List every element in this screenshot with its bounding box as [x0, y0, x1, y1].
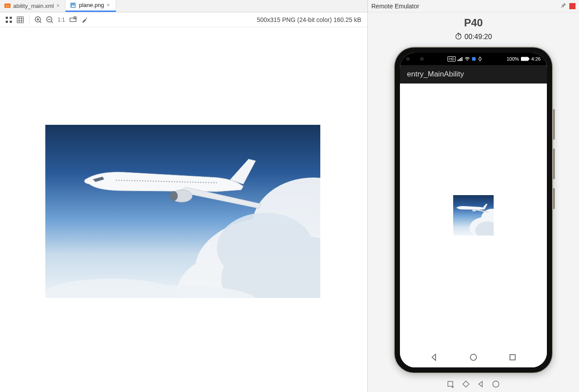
session-timer: 00:49:20 [368, 33, 579, 41]
svg-text:<>: <> [6, 4, 9, 7]
svg-line-14 [51, 21, 53, 23]
emulator-title: Remote Emulator [371, 3, 419, 10]
image-toolbar: 1:1 500x315 PNG (24-bit color) 160.25 kB [0, 12, 367, 27]
phone-status-bar: HD 100% 4:26 [400, 53, 547, 65]
svg-line-11 [40, 21, 42, 23]
phone-nav-bar [400, 347, 547, 367]
svg-rect-31 [458, 60, 458, 61]
svg-rect-44 [510, 355, 515, 360]
bluetooth-icon [472, 57, 476, 61]
editor-panel: <> ability_main.xml × plane.png × 1:1 [0, 0, 368, 392]
nav-back-button[interactable] [429, 352, 439, 362]
svg-rect-37 [521, 57, 528, 61]
svg-rect-5 [10, 17, 12, 19]
emulator-header: Remote Emulator [368, 0, 579, 12]
close-icon[interactable]: × [107, 3, 112, 8]
tab-ability-main[interactable]: <> ability_main.xml × [0, 0, 66, 12]
svg-rect-33 [460, 58, 461, 61]
toolbar-divider [29, 15, 29, 25]
show-bounds-button[interactable] [68, 15, 78, 25]
nav-recent-button[interactable] [508, 352, 517, 362]
svg-rect-7 [10, 21, 12, 23]
back-button[interactable] [476, 380, 485, 388]
svg-rect-6 [6, 21, 8, 23]
pin-icon[interactable] [561, 2, 567, 10]
svg-point-43 [470, 354, 476, 360]
zoom-out-button[interactable] [44, 15, 55, 25]
svg-rect-38 [528, 58, 529, 60]
wifi-icon [465, 57, 470, 61]
device-area: HD 100% 4:26 entry_MainAbility [368, 41, 579, 376]
svg-rect-34 [462, 57, 462, 61]
nav-home-button[interactable] [469, 352, 478, 362]
zoom-in-button[interactable] [33, 15, 44, 25]
timer-value: 00:49:20 [465, 33, 492, 41]
location-icon [478, 57, 482, 61]
svg-point-35 [467, 60, 468, 61]
svg-rect-36 [472, 57, 476, 61]
svg-rect-4 [6, 17, 8, 19]
status-left: HD [406, 56, 482, 62]
volume-down-button[interactable] [553, 149, 555, 179]
hd-icon: HD [447, 56, 456, 62]
volume-up-button[interactable] [553, 109, 555, 140]
image-file-icon [70, 2, 76, 8]
battery-text: 100% [506, 56, 519, 62]
phone-frame: HD 100% 4:26 entry_MainAbility [395, 47, 552, 373]
battery-icon [521, 57, 530, 61]
camera-icon [406, 57, 410, 61]
one-to-one-label: 1:1 [58, 17, 65, 23]
color-picker-button[interactable] [79, 15, 90, 25]
svg-point-25 [170, 191, 178, 201]
grid-button[interactable] [15, 15, 26, 25]
svg-rect-45 [448, 381, 453, 386]
emulator-panel: Remote Emulator P40 00:49:20 HD [368, 0, 579, 392]
plane-thumbnail [453, 195, 494, 236]
tab-label: plane.png [79, 2, 104, 8]
close-icon[interactable]: × [56, 3, 62, 8]
svg-point-21 [217, 213, 314, 283]
device-name: P40 [368, 17, 579, 29]
phone-screen[interactable]: HD 100% 4:26 entry_MainAbility [400, 53, 547, 367]
svg-rect-32 [459, 59, 460, 61]
tab-label: ability_main.xml [13, 3, 54, 9]
screenshot-button[interactable] [447, 380, 455, 388]
plane-image [45, 125, 320, 298]
app-title: entry_MainAbility [407, 70, 464, 79]
home-button[interactable] [491, 380, 500, 388]
image-info-text: 500x315 PNG (24-bit color) 160.25 kB [257, 16, 364, 23]
rotate-button[interactable] [462, 380, 470, 388]
clock-icon [455, 33, 462, 41]
one-to-one-button[interactable]: 1:1 [56, 15, 67, 25]
svg-point-42 [472, 209, 476, 211]
app-title-bar: entry_MainAbility [400, 65, 547, 83]
svg-rect-15 [70, 18, 76, 22]
svg-rect-46 [463, 381, 469, 387]
app-content [400, 83, 547, 347]
signal-icon [458, 57, 463, 61]
tab-plane-png[interactable]: plane.png × [66, 0, 116, 12]
xml-file-icon: <> [4, 3, 11, 9]
image-viewport[interactable] [0, 27, 367, 392]
clock-text: 4:26 [531, 56, 541, 62]
fit-to-screen-button[interactable] [4, 15, 14, 25]
power-button[interactable] [553, 188, 555, 209]
camera-icon [420, 57, 424, 61]
stop-button[interactable] [569, 3, 575, 9]
emulator-bottom-controls [368, 376, 579, 392]
svg-point-47 [493, 381, 499, 387]
status-right: 100% 4:26 [506, 56, 541, 62]
tab-bar: <> ability_main.xml × plane.png × [0, 0, 367, 12]
